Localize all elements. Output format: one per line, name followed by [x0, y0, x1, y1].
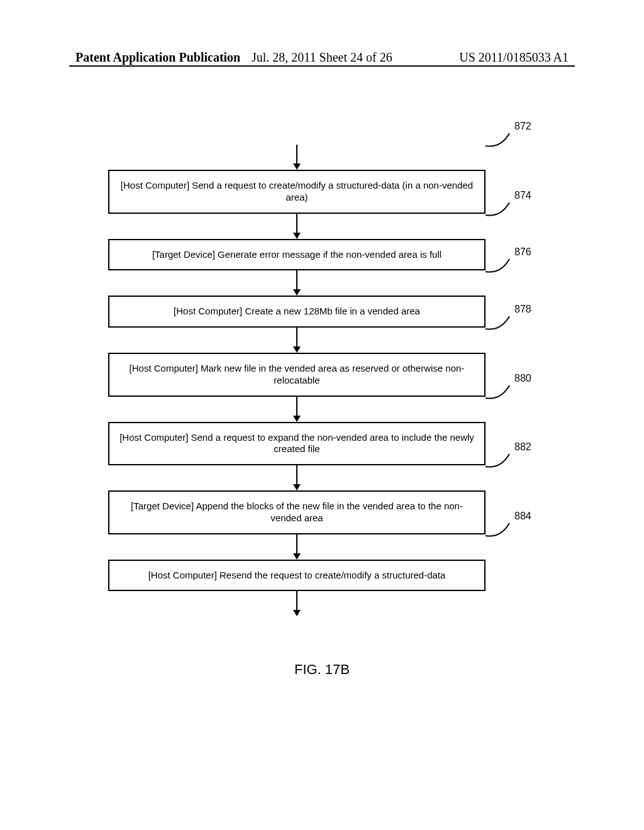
flow-box: [Host Computer] Send a request to create…	[108, 170, 486, 214]
header-rule	[69, 65, 575, 67]
ref-leader-icon	[486, 521, 513, 540]
arrow-out-last	[108, 591, 486, 616]
arrow-into-878	[108, 328, 486, 353]
arrow-into-880	[108, 397, 486, 422]
ref-number: 878	[514, 304, 531, 315]
flow-box: [Host Computer] Resend the request to cr…	[108, 560, 486, 592]
flow-step-872: 872 [Host Computer] Send a request to cr…	[108, 145, 486, 214]
svg-marker-7	[293, 346, 301, 353]
arrow-into-876	[108, 270, 486, 296]
flow-step-876: 876 [Host Computer] Create a new 128Mb f…	[108, 270, 486, 328]
ref-number: 874	[514, 190, 531, 201]
svg-marker-9	[293, 416, 301, 422]
header-right-text: US 2011/0185033 A1	[459, 50, 569, 65]
arrow-into-884	[108, 534, 486, 560]
svg-marker-11	[293, 484, 301, 490]
header-center-text: Jul. 28, 2011 Sheet 24 of 26	[252, 50, 392, 65]
flow-step-878: 878 [Host Computer] Mark new file in the…	[108, 328, 486, 397]
ref-number: 884	[514, 511, 531, 522]
arrow-into-872	[108, 145, 486, 170]
flow-step-880: 880 [Host Computer] Send a request to ex…	[108, 397, 486, 466]
ref-leader-icon	[486, 451, 513, 470]
arrow-into-874	[108, 214, 486, 239]
arrow-into-882	[108, 465, 486, 490]
flow-box: [Target Device] Append the blocks of the…	[108, 490, 486, 534]
flow-box: [Target Device] Generate error message i…	[108, 239, 486, 271]
ref-number: 872	[514, 121, 531, 132]
figure-caption: FIG. 17B	[0, 661, 644, 678]
ref-number: 882	[514, 441, 531, 453]
svg-marker-3	[293, 233, 301, 239]
ref-leader-icon	[486, 200, 513, 219]
svg-marker-5	[293, 289, 301, 296]
ref-number: 876	[514, 246, 531, 258]
flow-step-874: 874 [Target Device] Generate error messa…	[108, 214, 486, 271]
flow-box: [Host Computer] Mark new file in the ven…	[108, 353, 486, 397]
flow-step-884: 884 [Host Computer] Resend the request t…	[108, 534, 486, 592]
flow-step-882: 882 [Target Device] Append the blocks of…	[108, 465, 486, 534]
ref-leader-icon	[486, 383, 513, 402]
svg-marker-1	[293, 163, 301, 170]
flowchart: 872 [Host Computer] Send a request to cr…	[108, 145, 486, 616]
header-left-text: Patent Application Publication	[75, 50, 240, 65]
ref-leader-icon	[486, 257, 513, 275]
ref-leader-icon	[486, 314, 513, 333]
svg-marker-15	[293, 610, 301, 616]
flow-box: [Host Computer] Create a new 128Mb file …	[108, 296, 486, 328]
ref-leader-icon	[486, 131, 513, 150]
ref-number: 880	[514, 373, 531, 384]
svg-marker-13	[293, 553, 301, 560]
flow-box: [Host Computer] Send a request to expand…	[108, 422, 486, 466]
